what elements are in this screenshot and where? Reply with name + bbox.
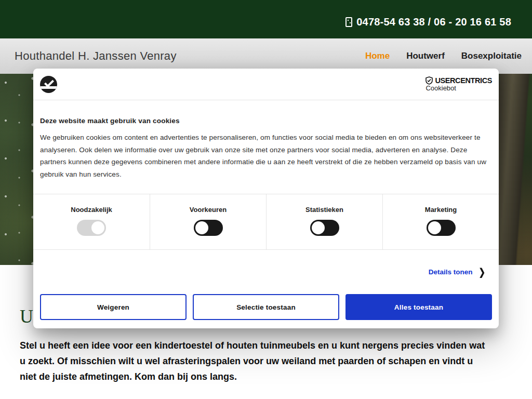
toggle-statistieken[interactable] <box>310 220 339 236</box>
category-label: Statistieken <box>305 206 343 214</box>
category-label: Voorkeuren <box>190 206 227 214</box>
page-heading: U <box>20 305 33 327</box>
usercentrics-wordmark: USERCENTRICS <box>435 76 492 85</box>
paragraph-line: niet de juiste afmetingen. Kom dan bij o… <box>20 369 532 384</box>
dialog-header: USERCENTRICS Cookiebot <box>33 69 499 100</box>
paragraph-line: Stel u heeft een idee voor een kindertoe… <box>20 338 532 353</box>
nav-link-houtwerf[interactable]: Houtwerf <box>406 51 445 61</box>
category-statistieken: Statistieken <box>266 194 382 249</box>
cookie-categories: Noodzakelijk Voorkeuren Statistieken Mar… <box>33 194 499 250</box>
toggle-knob <box>91 221 104 234</box>
nav-item-houtwerf[interactable]: Houtwerf <box>406 51 445 61</box>
nav-item-home[interactable]: Home <box>365 51 390 61</box>
deny-button[interactable]: Weigeren <box>40 294 187 320</box>
category-label: Marketing <box>425 206 457 214</box>
category-noodzakelijk: Noodzakelijk <box>33 194 150 249</box>
toggle-marketing[interactable] <box>427 220 456 236</box>
cookiebot-wordmark: Cookiebot <box>425 84 456 92</box>
category-marketing: Marketing <box>382 194 499 249</box>
toggle-knob <box>428 221 441 234</box>
intro-paragraph: Stel u heeft een idee voor een kindertoe… <box>20 338 532 384</box>
category-voorkeuren: Voorkeuren <box>150 194 266 249</box>
toggle-knob <box>312 221 325 234</box>
cookiebot-logo-icon <box>40 76 57 93</box>
paragraph-line: u zoekt. Of misschien wilt u wel afraste… <box>20 353 532 369</box>
main-nav: Home Houtwerf Bosexploitatie <box>365 51 522 61</box>
details-row: Details tonen ❯ <box>33 250 499 294</box>
shield-check-icon <box>425 76 433 85</box>
cookie-consent-dialog: USERCENTRICS Cookiebot Deze website maak… <box>33 69 499 328</box>
dialog-description: We gebruiken cookies om content en adver… <box>40 131 491 180</box>
details-link[interactable]: Details tonen <box>429 268 473 276</box>
nav-link-home[interactable]: Home <box>365 51 390 61</box>
allow-selection-button[interactable]: Selectie toestaan <box>193 294 339 320</box>
allow-all-button[interactable]: Alles toestaan <box>345 294 492 320</box>
nav-link-bosexploitatie[interactable]: Bosexploitatie <box>461 51 522 61</box>
category-label: Noodzakelijk <box>71 206 112 214</box>
toggle-noodzakelijk[interactable] <box>77 220 106 236</box>
phone-number: 0478-54 63 38 / 06 - 20 16 61 58 <box>345 16 511 28</box>
toggle-knob <box>195 221 208 234</box>
dialog-title: Deze website maakt gebruik van cookies <box>40 117 492 125</box>
nav-item-bosexploitatie[interactable]: Bosexploitatie <box>461 51 522 61</box>
toggle-voorkeuren[interactable] <box>194 220 223 236</box>
site-title: Houthandel H. Janssen Venray <box>15 49 177 63</box>
usercentrics-brand: USERCENTRICS Cookiebot <box>425 76 492 92</box>
chevron-right-icon[interactable]: ❯ <box>478 267 485 277</box>
phone-number-text: 0478-54 63 38 / 06 - 20 16 61 58 <box>356 16 511 28</box>
dialog-buttons: Weigeren Selectie toestaan Alles toestaa… <box>40 294 492 320</box>
phone-icon <box>345 17 352 27</box>
top-bar: 0478-54 63 38 / 06 - 20 16 61 58 <box>0 0 532 38</box>
